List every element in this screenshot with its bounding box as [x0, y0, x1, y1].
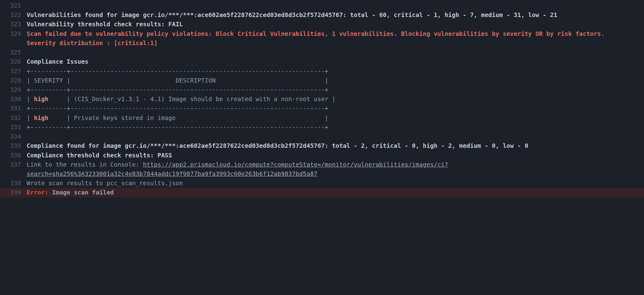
log-line: Scan failed due to vulnerability policy … — [27, 29, 644, 48]
log-output[interactable]: 321 322Vulnerabilities found for image g… — [0, 0, 644, 199]
log-line: Vulnerabilities found for image gcr.io/*… — [27, 11, 644, 20]
log-text: | — [27, 114, 34, 122]
log-line: Wrote scan results to pcc_scan_results.j… — [27, 179, 644, 188]
log-text: +----------+----------------------------… — [27, 68, 328, 75]
line-number: 338 — [0, 179, 27, 188]
line-number: 336 — [0, 151, 27, 160]
log-text: Compliance Issues — [27, 58, 89, 65]
log-line: Compliance found for image gcr.io/***/**… — [27, 141, 644, 151]
log-text: | (CIS_Docker_v1.3.1 - 4.1) Image should… — [48, 96, 335, 103]
line-number: 337 — [0, 160, 27, 179]
log-text: | SEVERITY | DESCRIPTION | — [27, 77, 328, 84]
log-text: | — [27, 96, 34, 103]
line-number: 333 — [0, 123, 27, 132]
log-line: | SEVERITY | DESCRIPTION | — [27, 76, 644, 85]
log-line: | high | Private keys stored in image | — [27, 113, 644, 123]
log-text: high — [34, 114, 48, 122]
log-text: +----------+----------------------------… — [27, 105, 328, 112]
log-text: high — [34, 96, 48, 103]
log-text: Vulnerabilities found for image gcr.io/*… — [27, 11, 557, 19]
line-number: 328 — [0, 76, 27, 85]
line-number: 335 — [0, 141, 27, 151]
line-number: 323 — [0, 20, 27, 29]
log-line: Compliance threshold check results: PASS — [27, 151, 644, 160]
log-text: Wrote scan results to pcc_scan_results.j… — [27, 180, 183, 187]
log-text: Image scan failed — [48, 189, 114, 196]
log-text: +----------+----------------------------… — [27, 124, 328, 131]
log-text: Error: — [27, 189, 48, 196]
log-text: Scan failed due to vulnerability policy … — [27, 30, 608, 47]
line-number: 329 — [0, 85, 27, 95]
log-line: +----------+----------------------------… — [27, 67, 644, 76]
log-text: Link to the results in Console: — [27, 161, 143, 168]
log-text: | Private keys stored in image | — [48, 114, 328, 122]
line-number: 327 — [0, 67, 27, 76]
line-number: 324 — [0, 29, 27, 48]
log-text: +----------+----------------------------… — [27, 86, 328, 93]
line-number: 331 — [0, 104, 27, 113]
line-number: 334 — [0, 132, 27, 141]
log-line: Vulnerability threshold check results: F… — [27, 20, 644, 29]
log-line: | high | (CIS_Docker_v1.3.1 - 4.1) Image… — [27, 95, 644, 104]
log-line: Error: Image scan failed — [27, 188, 644, 197]
log-text: Compliance found for image gcr.io/***/**… — [27, 142, 528, 149]
line-number: 322 — [0, 11, 27, 20]
log-text: Vulnerability threshold check results: F… — [27, 21, 183, 28]
line-number: 321 — [0, 1, 27, 11]
line-number: 339 — [0, 188, 27, 197]
line-number: 332 — [0, 113, 27, 123]
log-line — [27, 48, 644, 57]
line-number: 330 — [0, 95, 27, 104]
line-number: 326 — [0, 57, 27, 66]
log-line: Compliance Issues — [27, 57, 644, 66]
log-text: Compliance threshold check results: PASS — [27, 152, 172, 159]
log-line: +----------+----------------------------… — [27, 85, 644, 95]
log-line: Link to the results in Console: https://… — [27, 160, 644, 179]
log-line: +----------+----------------------------… — [27, 104, 644, 113]
log-line — [27, 1, 644, 11]
line-number: 325 — [0, 48, 27, 57]
log-line: +----------+----------------------------… — [27, 123, 644, 132]
log-line — [27, 132, 644, 141]
